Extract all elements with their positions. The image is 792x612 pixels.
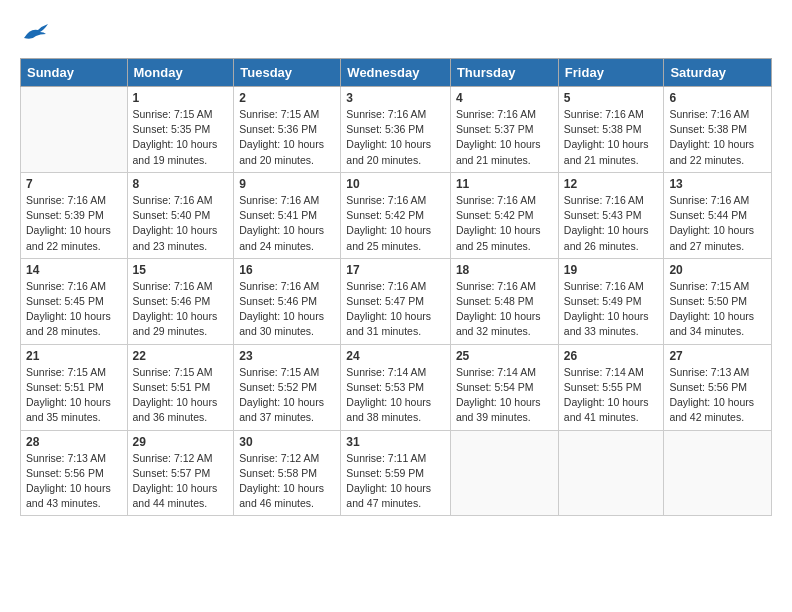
day-info: Sunrise: 7:16 AM Sunset: 5:49 PM Dayligh… <box>564 279 659 340</box>
day-cell <box>21 87 128 173</box>
day-cell: 24Sunrise: 7:14 AM Sunset: 5:53 PM Dayli… <box>341 344 451 430</box>
day-info: Sunrise: 7:15 AM Sunset: 5:52 PM Dayligh… <box>239 365 335 426</box>
day-cell: 26Sunrise: 7:14 AM Sunset: 5:55 PM Dayli… <box>558 344 664 430</box>
day-info: Sunrise: 7:15 AM Sunset: 5:35 PM Dayligh… <box>133 107 229 168</box>
day-cell: 22Sunrise: 7:15 AM Sunset: 5:51 PM Dayli… <box>127 344 234 430</box>
calendar-body: 1Sunrise: 7:15 AM Sunset: 5:35 PM Daylig… <box>21 87 772 516</box>
day-cell: 8Sunrise: 7:16 AM Sunset: 5:40 PM Daylig… <box>127 172 234 258</box>
day-number: 17 <box>346 263 445 277</box>
day-info: Sunrise: 7:16 AM Sunset: 5:46 PM Dayligh… <box>133 279 229 340</box>
day-number: 22 <box>133 349 229 363</box>
logo-bird-icon <box>22 20 50 42</box>
day-info: Sunrise: 7:13 AM Sunset: 5:56 PM Dayligh… <box>26 451 122 512</box>
day-number: 27 <box>669 349 766 363</box>
day-cell: 9Sunrise: 7:16 AM Sunset: 5:41 PM Daylig… <box>234 172 341 258</box>
day-number: 15 <box>133 263 229 277</box>
day-info: Sunrise: 7:13 AM Sunset: 5:56 PM Dayligh… <box>669 365 766 426</box>
day-info: Sunrise: 7:16 AM Sunset: 5:37 PM Dayligh… <box>456 107 553 168</box>
day-number: 1 <box>133 91 229 105</box>
day-number: 24 <box>346 349 445 363</box>
day-cell: 31Sunrise: 7:11 AM Sunset: 5:59 PM Dayli… <box>341 430 451 516</box>
header-cell-thursday: Thursday <box>450 59 558 87</box>
day-number: 14 <box>26 263 122 277</box>
day-number: 28 <box>26 435 122 449</box>
day-cell: 12Sunrise: 7:16 AM Sunset: 5:43 PM Dayli… <box>558 172 664 258</box>
day-info: Sunrise: 7:14 AM Sunset: 5:53 PM Dayligh… <box>346 365 445 426</box>
day-cell <box>450 430 558 516</box>
day-cell: 23Sunrise: 7:15 AM Sunset: 5:52 PM Dayli… <box>234 344 341 430</box>
day-info: Sunrise: 7:15 AM Sunset: 5:51 PM Dayligh… <box>133 365 229 426</box>
day-number: 2 <box>239 91 335 105</box>
day-cell: 6Sunrise: 7:16 AM Sunset: 5:38 PM Daylig… <box>664 87 772 173</box>
day-info: Sunrise: 7:14 AM Sunset: 5:54 PM Dayligh… <box>456 365 553 426</box>
logo <box>20 20 48 42</box>
day-number: 19 <box>564 263 659 277</box>
day-number: 13 <box>669 177 766 191</box>
week-row-5: 28Sunrise: 7:13 AM Sunset: 5:56 PM Dayli… <box>21 430 772 516</box>
day-cell: 1Sunrise: 7:15 AM Sunset: 5:35 PM Daylig… <box>127 87 234 173</box>
day-cell: 15Sunrise: 7:16 AM Sunset: 5:46 PM Dayli… <box>127 258 234 344</box>
day-cell: 2Sunrise: 7:15 AM Sunset: 5:36 PM Daylig… <box>234 87 341 173</box>
day-info: Sunrise: 7:16 AM Sunset: 5:44 PM Dayligh… <box>669 193 766 254</box>
day-info: Sunrise: 7:15 AM Sunset: 5:50 PM Dayligh… <box>669 279 766 340</box>
day-number: 5 <box>564 91 659 105</box>
day-cell: 4Sunrise: 7:16 AM Sunset: 5:37 PM Daylig… <box>450 87 558 173</box>
day-info: Sunrise: 7:16 AM Sunset: 5:38 PM Dayligh… <box>669 107 766 168</box>
header-cell-monday: Monday <box>127 59 234 87</box>
header-cell-sunday: Sunday <box>21 59 128 87</box>
header-cell-tuesday: Tuesday <box>234 59 341 87</box>
day-info: Sunrise: 7:16 AM Sunset: 5:47 PM Dayligh… <box>346 279 445 340</box>
day-cell: 17Sunrise: 7:16 AM Sunset: 5:47 PM Dayli… <box>341 258 451 344</box>
day-number: 7 <box>26 177 122 191</box>
day-cell: 3Sunrise: 7:16 AM Sunset: 5:36 PM Daylig… <box>341 87 451 173</box>
day-info: Sunrise: 7:12 AM Sunset: 5:58 PM Dayligh… <box>239 451 335 512</box>
day-info: Sunrise: 7:16 AM Sunset: 5:41 PM Dayligh… <box>239 193 335 254</box>
day-info: Sunrise: 7:16 AM Sunset: 5:40 PM Dayligh… <box>133 193 229 254</box>
day-info: Sunrise: 7:15 AM Sunset: 5:36 PM Dayligh… <box>239 107 335 168</box>
header-cell-saturday: Saturday <box>664 59 772 87</box>
day-cell: 18Sunrise: 7:16 AM Sunset: 5:48 PM Dayli… <box>450 258 558 344</box>
day-info: Sunrise: 7:16 AM Sunset: 5:48 PM Dayligh… <box>456 279 553 340</box>
day-cell: 29Sunrise: 7:12 AM Sunset: 5:57 PM Dayli… <box>127 430 234 516</box>
day-info: Sunrise: 7:16 AM Sunset: 5:43 PM Dayligh… <box>564 193 659 254</box>
header-cell-friday: Friday <box>558 59 664 87</box>
day-info: Sunrise: 7:16 AM Sunset: 5:46 PM Dayligh… <box>239 279 335 340</box>
day-cell: 19Sunrise: 7:16 AM Sunset: 5:49 PM Dayli… <box>558 258 664 344</box>
day-cell <box>558 430 664 516</box>
day-number: 4 <box>456 91 553 105</box>
day-number: 12 <box>564 177 659 191</box>
header-cell-wednesday: Wednesday <box>341 59 451 87</box>
day-number: 31 <box>346 435 445 449</box>
day-info: Sunrise: 7:16 AM Sunset: 5:38 PM Dayligh… <box>564 107 659 168</box>
day-cell: 13Sunrise: 7:16 AM Sunset: 5:44 PM Dayli… <box>664 172 772 258</box>
day-cell: 20Sunrise: 7:15 AM Sunset: 5:50 PM Dayli… <box>664 258 772 344</box>
week-row-4: 21Sunrise: 7:15 AM Sunset: 5:51 PM Dayli… <box>21 344 772 430</box>
day-cell: 5Sunrise: 7:16 AM Sunset: 5:38 PM Daylig… <box>558 87 664 173</box>
day-number: 30 <box>239 435 335 449</box>
day-info: Sunrise: 7:14 AM Sunset: 5:55 PM Dayligh… <box>564 365 659 426</box>
day-number: 9 <box>239 177 335 191</box>
day-info: Sunrise: 7:16 AM Sunset: 5:45 PM Dayligh… <box>26 279 122 340</box>
day-cell: 28Sunrise: 7:13 AM Sunset: 5:56 PM Dayli… <box>21 430 128 516</box>
week-row-2: 7Sunrise: 7:16 AM Sunset: 5:39 PM Daylig… <box>21 172 772 258</box>
page-header <box>20 20 772 42</box>
day-info: Sunrise: 7:11 AM Sunset: 5:59 PM Dayligh… <box>346 451 445 512</box>
day-number: 10 <box>346 177 445 191</box>
calendar-header: SundayMondayTuesdayWednesdayThursdayFrid… <box>21 59 772 87</box>
header-row: SundayMondayTuesdayWednesdayThursdayFrid… <box>21 59 772 87</box>
calendar-table: SundayMondayTuesdayWednesdayThursdayFrid… <box>20 58 772 516</box>
week-row-1: 1Sunrise: 7:15 AM Sunset: 5:35 PM Daylig… <box>21 87 772 173</box>
day-info: Sunrise: 7:15 AM Sunset: 5:51 PM Dayligh… <box>26 365 122 426</box>
week-row-3: 14Sunrise: 7:16 AM Sunset: 5:45 PM Dayli… <box>21 258 772 344</box>
day-cell <box>664 430 772 516</box>
day-cell: 14Sunrise: 7:16 AM Sunset: 5:45 PM Dayli… <box>21 258 128 344</box>
day-cell: 10Sunrise: 7:16 AM Sunset: 5:42 PM Dayli… <box>341 172 451 258</box>
day-info: Sunrise: 7:16 AM Sunset: 5:42 PM Dayligh… <box>346 193 445 254</box>
day-cell: 30Sunrise: 7:12 AM Sunset: 5:58 PM Dayli… <box>234 430 341 516</box>
day-number: 8 <box>133 177 229 191</box>
day-info: Sunrise: 7:16 AM Sunset: 5:39 PM Dayligh… <box>26 193 122 254</box>
day-info: Sunrise: 7:12 AM Sunset: 5:57 PM Dayligh… <box>133 451 229 512</box>
day-cell: 27Sunrise: 7:13 AM Sunset: 5:56 PM Dayli… <box>664 344 772 430</box>
day-number: 20 <box>669 263 766 277</box>
day-number: 16 <box>239 263 335 277</box>
